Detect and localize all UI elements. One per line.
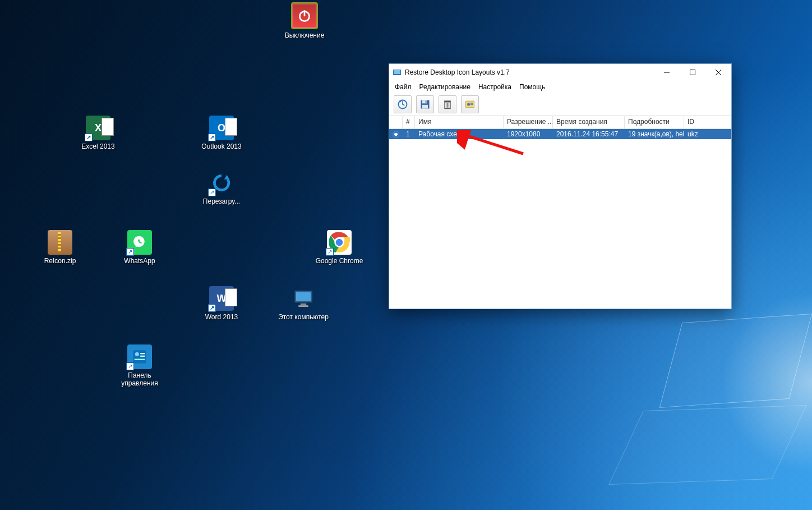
light-ray [608,405,807,485]
listview-row[interactable]: 1 Рабочая схема 1920x1080 2016.11.24 16:… [389,129,731,139]
svg-rect-12 [140,356,145,357]
power-icon [291,2,318,29]
desktop-icon-label: Перезагру... [196,197,247,205]
monitor-icon [291,286,316,311]
desktop-icon-label: Этот компьютер [278,313,329,321]
column-header-details[interactable]: Подробности [625,116,684,128]
excel-icon: X↗ [86,116,110,140]
svg-rect-13 [135,359,145,360]
menubar: Файл Редактирование Настройка Помощь [389,81,731,93]
minimize-button[interactable] [654,64,680,81]
toolbar-restore-button[interactable] [394,95,412,113]
menu-settings[interactable]: Настройка [478,83,511,91]
svg-rect-15 [394,70,400,74]
svg-rect-7 [301,304,307,306]
svg-rect-11 [140,353,145,354]
column-header-time[interactable]: Время создания [553,116,625,128]
column-header-id[interactable]: ID [684,116,731,128]
desktop-icon-label: WhatsApp [114,257,165,265]
desktop-icon-excel[interactable]: X↗ Excel 2013 [73,116,123,150]
svg-point-10 [135,352,139,356]
whatsapp-icon: ↗ [127,230,152,255]
desktop-icon-reboot[interactable]: ↗ Перезагру... [196,171,247,205]
close-button[interactable] [705,64,731,81]
column-header-num[interactable]: # [403,116,415,128]
desktop[interactable]: Выключение X↗ Excel 2013 O↗ Outlook 2013… [0,0,812,510]
column-header-check[interactable] [389,116,403,128]
titlebar[interactable]: Restore Desktop Icon Layouts v1.7 [389,64,731,81]
desktop-icon-label: Google Chrome [314,257,365,265]
desktop-icon-label: Outlook 2013 [196,143,247,150]
desktop-icon-power[interactable]: Выключение [279,2,330,39]
svg-rect-23 [422,105,428,109]
desktop-icon-zip[interactable]: ReIcon.zip [35,230,85,265]
desktop-icon-control-panel[interactable]: ↗ Панель управления [114,344,165,387]
window-title: Restore Desktop Icon Layouts v1.7 [405,68,654,76]
desktop-icon-word[interactable]: W↗ Word 2013 [196,286,247,321]
maximize-button[interactable] [680,64,705,81]
column-header-name[interactable]: Имя [415,116,504,128]
row-resolution: 1920x1080 [504,130,553,139]
desktop-icon-label: Excel 2013 [73,143,123,150]
row-num: 1 [403,130,415,139]
toolbar-delete-button[interactable] [439,95,456,113]
app-icon [393,68,402,77]
listview-header: # Имя Разрешение ... Время создания Подр… [389,116,731,129]
light-ray [659,314,812,408]
row-id: ukz [684,130,731,139]
svg-rect-29 [444,100,451,102]
toolbar [389,93,731,116]
app-window-restore-desktop-icon-layouts[interactable]: Restore Desktop Icon Layouts v1.7 Файл Р… [389,63,732,309]
menu-edit[interactable]: Редактирование [419,83,470,91]
row-details: 19 значк(а,ов), help [625,130,684,139]
desktop-icon-this-pc[interactable]: Этот компьютер [278,286,329,321]
desktop-icon-chrome[interactable]: ↗ Google Chrome [314,230,365,265]
column-header-resolution[interactable]: Разрешение ... [504,116,553,128]
svg-rect-6 [296,292,311,301]
svg-rect-33 [470,104,473,105]
radio-icon [393,131,399,138]
row-name: Рабочая схема [415,130,504,139]
desktop-icon-whatsapp[interactable]: ↗ WhatsApp [114,230,165,265]
desktop-icon-label: Выключение [279,31,330,39]
archive-icon [48,230,72,255]
svg-rect-17 [690,70,695,75]
svg-rect-24 [426,100,427,103]
listview[interactable]: # Имя Разрешение ... Время создания Подр… [389,116,731,309]
menu-help[interactable]: Помощь [519,83,545,91]
word-icon: W↗ [209,286,234,311]
control-panel-icon: ↗ [127,344,152,369]
desktop-icon-label: Панель управления [114,371,165,387]
desktop-icon-label: Word 2013 [196,313,247,321]
outlook-icon: O↗ [209,116,234,140]
svg-rect-32 [470,103,473,104]
row-time: 2016.11.24 16:55:47 [553,130,625,139]
desktop-icon-outlook[interactable]: O↗ Outlook 2013 [196,116,247,150]
menu-file[interactable]: Файл [395,83,412,91]
chrome-icon: ↗ [327,230,352,255]
svg-rect-8 [298,305,308,307]
svg-point-31 [467,103,470,106]
desktop-icon-label: ReIcon.zip [35,257,85,265]
toolbar-save-button[interactable] [416,95,434,113]
refresh-icon: ↗ [209,171,234,195]
toolbar-about-button[interactable] [461,95,479,113]
row-radio[interactable] [389,130,403,139]
